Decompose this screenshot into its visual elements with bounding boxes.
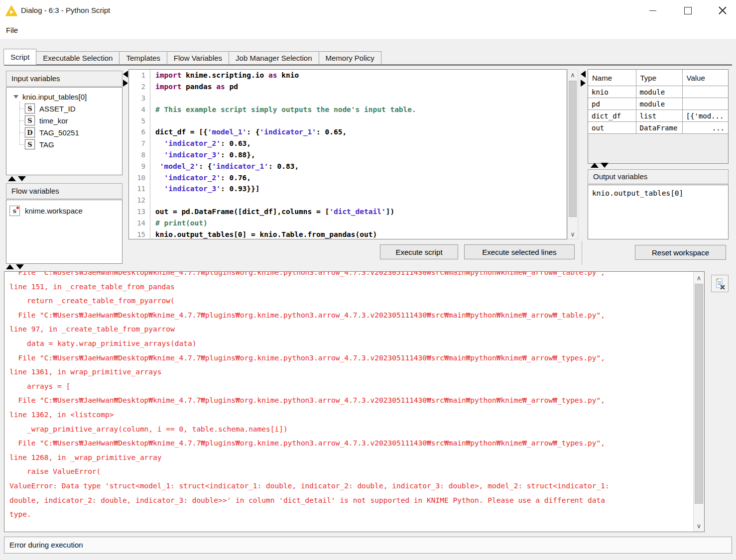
editor-right-splitter[interactable] [580,70,587,88]
tree-root[interactable]: knio.input_tables[0] [6,91,122,103]
input-variable-item[interactable]: STAG [6,138,122,150]
console-scroll-thumb[interactable] [695,284,703,504]
panel-divider [4,64,732,66]
execute-script-button[interactable]: Execute script [380,244,458,259]
workspace-table[interactable]: Name Type Value kniomodulepdmoduledict_d… [588,70,728,134]
output-variable-item[interactable]: knio.output_tables[0] [588,185,728,197]
flow-variable-item[interactable]: s knime.workspace [9,204,122,217]
code-text: out = pd.DataFrame([dict_df],columns = [… [150,208,567,216]
scroll-down-icon[interactable]: ∨ [694,521,704,531]
line-number: 13 [129,206,150,218]
code-text: 'model_2': {'indicator_1': 0.83, [150,162,567,170]
console-line: line 1362, in <listcomp> [9,408,704,422]
workspace-table-row[interactable]: outDataFrame... [588,122,728,134]
line-number: 5 [129,115,150,126]
tab-script[interactable]: Script [3,49,36,65]
reset-workspace-button[interactable]: Reset workspace [635,245,726,260]
editor-scrollbar[interactable]: ∧ ∨ [567,69,578,239]
scroll-up-icon[interactable]: ∧ [568,70,578,80]
flow-variables-header: Flow variables [6,183,123,199]
workspace-table-row[interactable]: kniomodule [588,86,728,98]
workspace-table-row[interactable]: dict_dflist[{'mod... [588,110,728,122]
editor-scroll-thumb[interactable] [569,81,577,217]
maximize-button[interactable] [676,1,699,20]
console-line: double, indicator_2: double, indicator_3… [9,493,704,508]
clear-console-icon [714,278,726,290]
tree-connector [19,120,25,121]
output-variables-list[interactable]: knio.output_tables[0] [588,185,729,239]
collapse-left-icon[interactable] [123,71,128,78]
maximize-icon [684,7,692,14]
execute-selected-lines-button[interactable]: Execute selected lines [464,244,575,259]
tree-connector [19,144,25,145]
close-button[interactable] [711,1,734,20]
table-cell: module [636,86,682,98]
tab-bar: ScriptExecutable SelectionTemplatesFlow … [4,49,381,65]
line-number: 4 [129,104,150,115]
code-line: 7 'indicator_2': 0.63, [129,138,567,149]
left-splitter[interactable] [8,176,26,181]
clear-console-button[interactable] [711,275,729,292]
collapse-right-icon[interactable] [123,80,128,87]
console-splitter[interactable] [6,264,24,269]
flow-variables-list[interactable]: s knime.workspace [6,200,123,264]
minimize-button[interactable] [641,1,664,20]
code-lines: 1import knime.scripting.io as knio2impor… [129,70,567,239]
line-number: 6 [129,126,150,138]
console-line: File "C:₩Users₩JaeHwan₩Desktop₩knime_4.7… [9,308,704,323]
scroll-down-icon[interactable]: ∨ [568,229,578,239]
output-variables-header: Output variables [588,169,729,184]
warning-icon [5,5,17,16]
console-scrollbar[interactable]: ∧ ∨ [693,272,704,532]
table-cell [682,98,728,110]
input-variable-item[interactable]: DTAG_50251 [6,126,122,138]
dialog-window: Dialog - 6:3 - Python Script File Script… [0,0,736,560]
title-bar: Dialog - 6:3 - Python Script [0,0,736,22]
collapse-right-icon[interactable] [581,80,586,87]
splitter-up-icon[interactable] [591,163,599,168]
code-line: 11 'indicator_3': 0.93}}] [129,183,567,195]
input-variable-item[interactable]: Stime_kor [6,114,122,126]
collapse-icon[interactable] [13,95,18,99]
splitter-up-icon[interactable] [6,264,14,269]
line-number: 2 [129,81,150,93]
line-number: 14 [129,217,150,228]
splitter-up-icon[interactable] [8,176,16,181]
tab-memory-policy[interactable]: Memory Policy [319,51,381,65]
line-number: 11 [129,183,150,195]
menu-file[interactable]: File [3,24,21,36]
flow-variable-icon: s [9,206,20,216]
variable-label: ASSET_ID [39,105,76,113]
console-output[interactable]: File "C:₩Users₩JaeHwan₩Desktop₩knime_4.7… [4,271,705,532]
code-text: import pandas as pd [150,83,567,91]
tab-templates[interactable]: Templates [119,51,167,65]
console-line: type. [9,507,704,522]
type-badge-icon: S [25,115,35,125]
close-icon [719,6,727,14]
scroll-up-icon[interactable]: ∧ [694,273,704,283]
code-line: 15knio.output_tables[0] = knio.Table.fro… [129,228,567,239]
workspace-table-row[interactable]: pdmodule [588,98,728,110]
code-text: import knime.scripting.io as knio [150,71,567,79]
code-line: 14# print(out) [129,217,567,228]
editor-left-splitter[interactable] [122,70,129,88]
tab-flow-variables[interactable]: Flow Variables [167,51,229,65]
window-title: Dialog - 6:3 - Python Script [21,6,110,14]
console-line: return _create_table_from_pyarrow( [9,294,704,308]
right-splitter[interactable] [591,163,609,168]
code-text: 'indicator_2': 0.76, [150,174,567,182]
splitter-down-icon[interactable] [601,163,609,168]
tab-executable-selection[interactable]: Executable Selection [36,51,120,65]
console-line: File "C:₩Users₩JaeHwan₩Desktop₩knime_4.7… [9,436,704,450]
splitter-down-icon[interactable] [16,264,24,269]
tree-connector [19,132,25,133]
tab-job-manager-selection[interactable]: Job Manager Selection [229,51,319,65]
collapse-left-icon[interactable] [581,71,586,78]
input-variable-item[interactable]: SASSET_ID [6,103,122,114]
code-editor[interactable]: 1import knime.scripting.io as knio2impor… [128,69,567,239]
console-line: line 1361, in wrap_primitive_arrays [9,365,704,379]
input-variables-tree[interactable]: knio.input_tables[0] SASSET_IDStime_korD… [6,87,123,175]
variable-label: TAG_50251 [39,128,79,137]
splitter-down-icon[interactable] [18,176,26,181]
console-line: raise ValueError( [9,464,704,479]
